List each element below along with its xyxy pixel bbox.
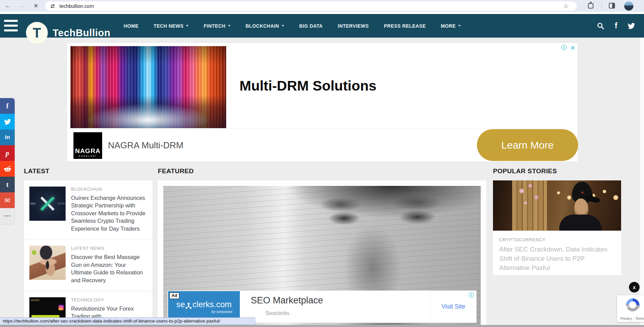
article-title-link[interactable]: Ouinex Exchange Announces Strategic Part… <box>71 194 147 232</box>
url-text: techbullion.com <box>59 3 94 9</box>
site-logo[interactable]: T TechBullion <box>26 29 110 44</box>
share-reddit-icon[interactable] <box>0 161 15 177</box>
address-bar[interactable]: techbullion.com ☆ <box>45 1 577 11</box>
bottom-strip <box>0 325 644 327</box>
popular-heading: POPULAR STORIES <box>493 167 557 175</box>
popular-article-image[interactable]: ★ FU <box>493 180 621 231</box>
nagra-logo: NAGRA KUDELSKI <box>73 132 102 159</box>
ad-chip: Ad <box>169 292 179 299</box>
nav-menu: HOME TECH NEWS FINTECH BLOCKCHAIN BIG DA… <box>124 14 461 38</box>
share-facebook-icon[interactable]: f <box>0 98 15 114</box>
chevron-down-icon <box>282 25 284 27</box>
ad-advertiser-row: NAGRA KUDELSKI NAGRA Multi-DRM Learn Mor… <box>67 128 578 162</box>
molecule-icon <box>185 302 192 309</box>
site-navbar: T TechBullion HOME TECH NEWS FINTECH BLO… <box>0 14 644 38</box>
instagram-icon <box>58 305 64 310</box>
status-bar-url: https://techbullion.com/after-sec-crackd… <box>0 317 255 325</box>
brand-name: TechBullion <box>53 27 110 39</box>
profile-avatar[interactable] <box>624 1 633 11</box>
widget-close-button[interactable]: x <box>629 282 640 292</box>
ad-close-icon[interactable]: ✕ <box>571 45 575 51</box>
side-panel-icon[interactable] <box>609 3 615 9</box>
nav-item-press-release[interactable]: PRESS RELEASE <box>384 23 426 29</box>
chevron-down-icon <box>228 25 231 27</box>
recaptcha-privacy-terms[interactable]: Privacy - Terms <box>620 316 644 321</box>
popular-card: ★ FU CRYPTOCURRENCY After SEC Crackdown,… <box>493 180 621 275</box>
nav-item-interviews[interactable]: INTERVIEWS <box>338 23 369 29</box>
seo-ad-title[interactable]: SEO Marketplace <box>251 295 323 306</box>
article-thumbnail[interactable]: nex ca <box>29 187 66 221</box>
bookmark-star-icon[interactable]: ☆ <box>563 2 568 10</box>
adchoices-info-icon[interactable]: i <box>469 292 474 298</box>
share-email-icon[interactable]: ✉ <box>0 192 15 208</box>
article-category[interactable]: BLOCKCHAIN <box>71 187 147 192</box>
cap-star-icon: ★ <box>581 190 584 195</box>
social-share-bar: f in p t ✉ ••• <box>0 98 15 224</box>
logo-dot-icon <box>58 202 60 205</box>
browser-toolbar: ← → ✕ techbullion.com ☆ <box>0 0 644 12</box>
featured-heading: FEATURED <box>158 167 194 175</box>
share-tumblr-icon[interactable]: t <box>0 177 15 192</box>
chevron-down-icon <box>186 25 189 27</box>
list-item: nex ca BLOCKCHAIN Ouinex Exchange Announ… <box>24 180 152 239</box>
search-icon[interactable] <box>597 22 604 30</box>
facebook-icon[interactable]: f <box>615 21 617 30</box>
back-button[interactable]: ← <box>3 1 12 10</box>
nav-item-tech-news[interactable]: TECH NEWS <box>154 23 189 29</box>
list-item: LATEST NEWS Discover the Best Massage Gu… <box>24 239 152 291</box>
stop-button[interactable]: ✕ <box>31 1 40 10</box>
article-category[interactable]: LATEST NEWS <box>71 246 147 251</box>
ad-banner[interactable]: Multi-DRM Solutions i ✕ NAGRA KUDELSKI N… <box>67 42 578 162</box>
share-linkedin-icon[interactable]: in <box>0 130 15 145</box>
share-more-icon[interactable]: ••• <box>0 208 15 224</box>
chevron-down-icon <box>458 25 461 27</box>
latest-heading: LATEST <box>24 167 50 175</box>
latest-card: nex ca BLOCKCHAIN Ouinex Exchange Announ… <box>24 180 152 327</box>
extensions-icon[interactable] <box>588 3 593 9</box>
toolbar-gap <box>0 12 644 14</box>
twitter-icon[interactable] <box>628 23 635 29</box>
nav-item-big-data[interactable]: BIG DATA <box>299 23 323 29</box>
nav-item-more[interactable]: MORE <box>441 23 461 29</box>
hamburger-menu-icon[interactable] <box>4 20 18 31</box>
logo-letter: T <box>33 25 41 41</box>
ad-title: Multi-DRM Solutions <box>239 78 376 94</box>
site-info-icon[interactable] <box>50 3 55 9</box>
ad-creative-image[interactable] <box>70 46 226 128</box>
logo-circle: T <box>26 22 48 44</box>
share-pinterest-icon[interactable]: p <box>0 145 15 161</box>
page-scrollbar[interactable] <box>640 38 644 325</box>
nav-item-home[interactable]: HOME <box>124 23 139 29</box>
recaptcha-icon <box>625 297 641 313</box>
seo-ad-subtitle: Seoclerks <box>265 310 289 316</box>
recaptcha-badge: Privacy - Terms <box>617 295 644 322</box>
forward-button[interactable]: → <box>17 1 26 10</box>
nav-item-fintech[interactable]: FINTECH <box>204 23 230 29</box>
article-thumbnail[interactable] <box>29 246 66 280</box>
toolbar-separator <box>601 3 602 9</box>
advertiser-name: NAGRA Multi-DRM <box>108 128 183 162</box>
article-category[interactable]: CRYPTOCURRENCY <box>499 237 615 242</box>
share-twitter-icon[interactable] <box>0 114 15 130</box>
nav-item-blockchain[interactable]: BLOCKCHAIN <box>246 23 284 29</box>
article-title-link[interactable]: After SEC Crackdown, Data Indicates Shif… <box>499 245 615 273</box>
adchoices-info-icon[interactable]: i <box>561 45 567 50</box>
article-category[interactable]: TECHNOLOGY <box>71 297 147 302</box>
learn-more-button[interactable]: Learn More <box>477 129 578 161</box>
article-title-link[interactable]: Discover the Best Massage Gun on Amazon:… <box>71 253 147 284</box>
